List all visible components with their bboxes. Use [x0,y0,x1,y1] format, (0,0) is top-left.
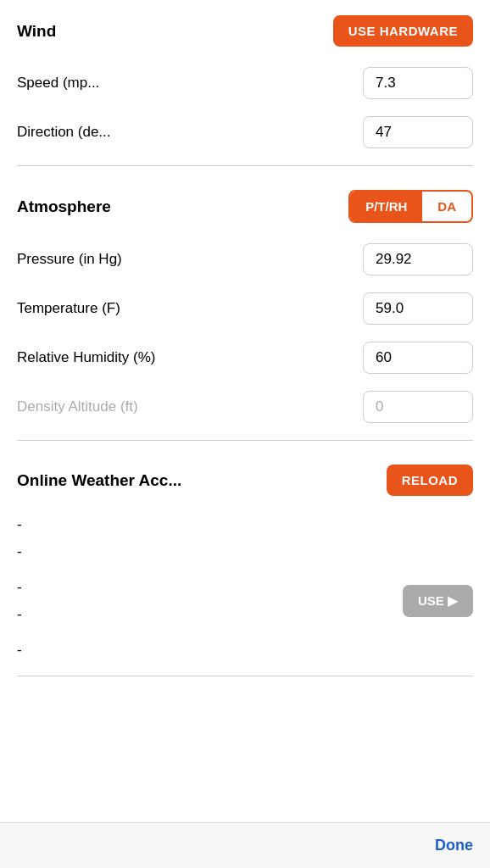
done-row: Done [0,822,490,868]
wind-direction-label: Direction (de... [17,124,111,141]
humidity-row: Relative Humidity (%) [0,333,490,382]
weather-item-4: - [17,601,22,628]
online-weather-last: - [0,633,490,667]
weather-item-2: - [17,538,473,565]
density-altitude-row: Density Altitude (ft) [0,382,490,431]
done-button[interactable]: Done [435,837,473,854]
wind-title: Wind [17,22,56,41]
weather-items-middle: - - [17,574,22,628]
weather-item-3: - [17,574,22,601]
humidity-input[interactable] [363,342,473,374]
atmosphere-section-header: Atmosphere P/T/RH DA [0,175,490,235]
online-weather-list: - - [0,508,490,569]
use-button[interactable]: USE ▶ [403,585,473,617]
wind-section-header: Wind USE HARDWARE [0,0,490,58]
wind-divider [17,165,473,166]
online-weather-section-header: Online Weather Acc... RELOAD [0,449,490,508]
atmosphere-title: Atmosphere [17,198,111,216]
wind-speed-row: Speed (mp... [0,58,490,108]
temperature-label: Temperature (F) [17,300,120,317]
temperature-row: Temperature (F) [0,284,490,333]
reload-button[interactable]: RELOAD [387,465,473,496]
online-weather-title: Online Weather Acc... [17,471,181,490]
pressure-input[interactable] [363,243,473,275]
use-hardware-button[interactable]: USE HARDWARE [333,15,473,47]
density-altitude-label: Density Altitude (ft) [17,398,138,415]
wind-speed-input[interactable] [363,67,473,99]
weather-item-1: - [17,511,473,538]
wind-speed-label: Speed (mp... [17,75,99,92]
online-weather-footer: - - USE ▶ [0,569,490,633]
weather-item-5: - [17,637,473,664]
wind-direction-input[interactable] [363,116,473,148]
pressure-row: Pressure (in Hg) [0,235,490,284]
pressure-label: Pressure (in Hg) [17,251,122,268]
atmosphere-divider [17,440,473,441]
temperature-input[interactable] [363,292,473,325]
density-altitude-input[interactable] [363,391,473,423]
wind-direction-row: Direction (de... [0,108,490,157]
humidity-label: Relative Humidity (%) [17,349,155,366]
toggle-ptrh-button[interactable]: P/T/RH [350,192,422,221]
toggle-da-button[interactable]: DA [422,192,471,221]
atmosphere-toggle[interactable]: P/T/RH DA [348,190,473,223]
bottom-divider [17,676,473,676]
